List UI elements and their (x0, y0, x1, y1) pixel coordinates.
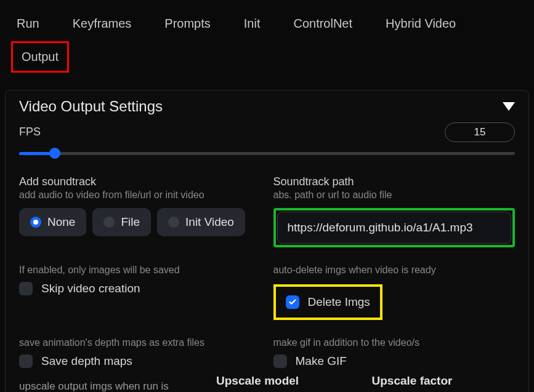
panel-title: Video Output Settings (19, 98, 163, 115)
tab-run[interactable]: Run (0, 6, 56, 41)
soundtrack-path-label: Soundtrack path (273, 175, 516, 188)
upscale-model-label: Upscale model (216, 374, 360, 388)
radio-icon (168, 217, 179, 228)
save-depth-label: Save depth maps (41, 354, 132, 368)
fps-value[interactable]: 15 (445, 122, 515, 142)
checkbox-icon (19, 282, 33, 295)
delete-imgs-label: Delete Imgs (308, 295, 370, 309)
tab-controlnet[interactable]: ControlNet (277, 6, 369, 41)
add-soundtrack-label: Add soundtrack (19, 175, 261, 188)
soundtrack-radio-group: None File Init Video (19, 208, 261, 236)
tab-output[interactable]: Output (11, 41, 69, 73)
make-gif-sub: make gif in addition to the video/s (273, 337, 516, 348)
tab-keyframes[interactable]: Keyframes (56, 6, 148, 41)
soundtrack-init-video[interactable]: Init Video (157, 208, 245, 236)
skip-video-label: Skip video creation (41, 282, 140, 295)
fps-slider[interactable] (19, 146, 515, 161)
tab-prompts[interactable]: Prompts (148, 6, 227, 41)
radio-label: None (47, 215, 75, 229)
video-output-settings-panel: Video Output Settings FPS 15 Add soundtr… (5, 90, 529, 392)
soundtrack-path-input[interactable] (277, 212, 512, 244)
radio-label: Init Video (185, 215, 234, 229)
add-soundtrack-sub: add audio to video from file/url or init… (19, 190, 261, 201)
save-depth-sub: save animation's depth maps as extra fil… (19, 337, 261, 348)
upscale-factor-label: Upscale factor (372, 374, 516, 388)
tab-init[interactable]: Init (227, 6, 277, 41)
checkbox-icon[interactable] (286, 295, 299, 309)
make-gif-checkbox-row[interactable]: Make GIF (273, 354, 516, 368)
tab-bar: Run Keyframes Prompts Init ControlNet Hy… (0, 0, 534, 41)
soundtrack-none[interactable]: None (19, 208, 86, 236)
soundtrack-path-highlight (273, 208, 516, 247)
radio-icon (103, 217, 115, 228)
skip-video-checkbox-row[interactable]: Skip video creation (19, 282, 261, 295)
slider-thumb[interactable] (49, 148, 60, 159)
radio-label: File (121, 215, 140, 229)
save-depth-checkbox-row[interactable]: Save depth maps (19, 354, 261, 368)
skip-video-sub: If enabled, only images will be saved (19, 265, 261, 276)
fps-label: FPS (19, 126, 41, 138)
make-gif-label: Make GIF (296, 354, 347, 368)
checkbox-icon (19, 354, 33, 368)
radio-icon (30, 217, 41, 228)
tab-hybrid-video[interactable]: Hybrid Video (369, 6, 472, 41)
collapse-icon[interactable] (503, 102, 515, 111)
delete-imgs-highlight: Delete Imgs (273, 284, 382, 320)
upscale-sub: upscale output imgs when run is (19, 374, 204, 392)
checkbox-icon (273, 354, 287, 368)
soundtrack-file[interactable]: File (92, 208, 151, 236)
soundtrack-path-sub: abs. path or url to audio file (273, 190, 516, 201)
delete-imgs-sub: auto-delete imgs when video is ready (273, 265, 516, 276)
